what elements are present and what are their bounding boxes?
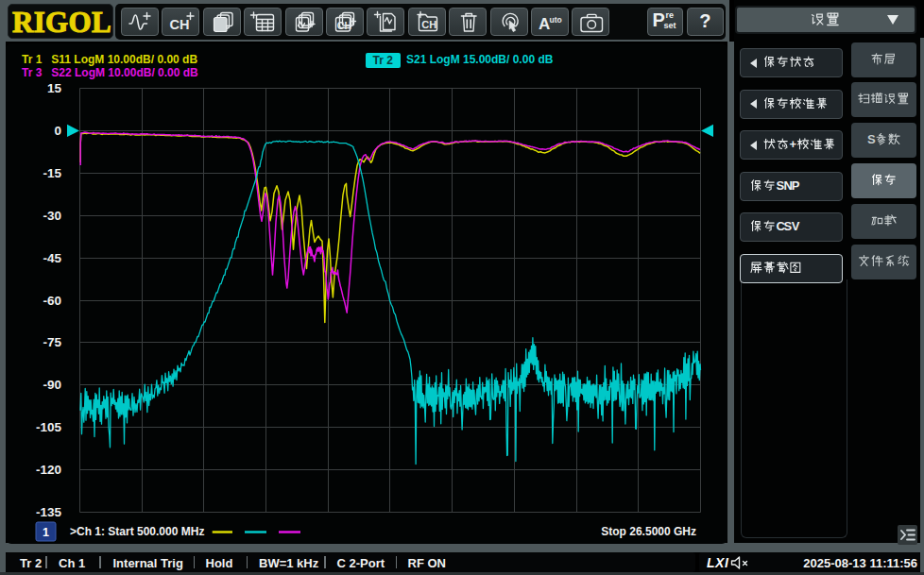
svg-text:-105: -105 xyxy=(36,420,62,434)
svg-text:-90: -90 xyxy=(43,378,61,392)
svg-text:uto: uto xyxy=(550,15,562,25)
svg-text:A: A xyxy=(539,15,550,33)
svg-text:+: + xyxy=(790,137,797,151)
svg-text:CH: CH xyxy=(170,17,190,32)
svg-text:V: V xyxy=(792,219,800,233)
svg-text:-75: -75 xyxy=(43,335,61,349)
svg-text:-120: -120 xyxy=(36,463,61,477)
svg-text:0: 0 xyxy=(54,124,61,138)
svg-text:-60: -60 xyxy=(43,294,61,308)
svg-text:-135: -135 xyxy=(36,505,62,519)
svg-text:-15: -15 xyxy=(43,166,61,180)
svg-text:-45: -45 xyxy=(43,251,61,265)
svg-text:P: P xyxy=(792,178,800,193)
svg-text:CH: CH xyxy=(421,19,436,30)
svg-text:S: S xyxy=(867,132,876,146)
svg-text:CH: CH xyxy=(337,20,351,31)
svg-text:1: 1 xyxy=(43,526,49,539)
svg-text:15: 15 xyxy=(47,81,62,95)
svg-text:Stop 26.5000 GHz: Stop 26.5000 GHz xyxy=(601,525,696,538)
svg-text:-30: -30 xyxy=(43,209,61,223)
svg-text:>Ch 1: Start 500.000 MHz: >Ch 1: Start 500.000 MHz xyxy=(70,525,204,538)
